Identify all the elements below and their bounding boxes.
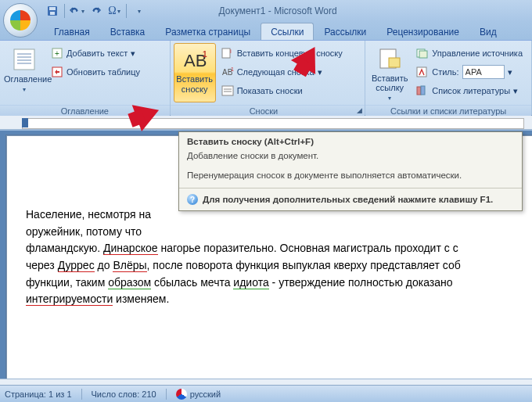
tab-layout[interactable]: Разметка страницы — [155, 23, 261, 40]
ribbon-tabs: Главная Вставка Разметка страницы Ссылки… — [0, 22, 532, 41]
undo-button[interactable]: ▾ — [68, 2, 85, 20]
add-text-icon: + — [51, 47, 63, 59]
group-footnotes: AB1 Вставить сноску i Вставить концевую … — [171, 41, 366, 115]
insert-citation-label: Вставить ссылку — [369, 74, 410, 93]
toc-icon — [12, 47, 37, 72]
language-icon — [176, 389, 187, 400]
quick-access-toolbar: ▾ Ω ▾ ▾ — [44, 2, 147, 20]
svg-rect-23 — [419, 51, 427, 58]
add-text-button[interactable]: + Добавить текст ▾ — [47, 45, 144, 62]
svg-text:1: 1 — [231, 66, 234, 72]
svg-rect-3 — [14, 49, 34, 70]
toc-label: Оглавление — [4, 74, 45, 84]
chevron-down-icon[interactable]: ▾ — [508, 67, 512, 77]
update-icon — [51, 66, 63, 78]
document-text[interactable]: Население, несмотря на оружейник, потому… — [26, 206, 532, 308]
chevron-down-icon: ▾ — [388, 95, 391, 102]
tab-view[interactable]: Вид — [469, 23, 507, 40]
document-title: Документ1 - Microsoft Word — [219, 5, 337, 16]
group-footnotes-title: Сноски◢ — [171, 105, 365, 116]
endnote-icon: i — [221, 47, 234, 59]
tab-insert[interactable]: Вставка — [100, 23, 156, 40]
svg-rect-1 — [49, 7, 56, 10]
footnote-icon: AB1 — [182, 47, 207, 72]
style-select[interactable] — [462, 65, 505, 79]
svg-text:i: i — [230, 48, 232, 55]
redo-button[interactable] — [87, 2, 104, 20]
horizontal-ruler[interactable] — [0, 116, 532, 130]
svg-text:1: 1 — [203, 50, 207, 59]
tab-review[interactable]: Рецензирование — [376, 23, 469, 40]
toc-button[interactable]: Оглавление ▾ — [3, 43, 45, 102]
insert-citation-button[interactable]: Вставить ссылку ▾ — [368, 43, 411, 102]
title-bar: ▾ Ω ▾ ▾ Документ1 - Microsoft Word — [0, 0, 532, 22]
show-notes-icon — [221, 84, 234, 97]
symbol-button[interactable]: Ω ▾ — [106, 2, 123, 20]
chevron-down-icon: ▾ — [131, 48, 135, 59]
bibliography-label: Список литературы — [432, 86, 510, 95]
show-footnotes-button[interactable]: Показать сноски — [217, 82, 347, 99]
tooltip-body: Добавление сноски в документ. Перенумера… — [179, 148, 522, 188]
update-toc-button[interactable]: Обновить таблицу — [47, 63, 144, 81]
redo-icon — [90, 6, 101, 16]
ribbon: Оглавление ▾ + Добавить текст ▾ Обновить… — [0, 41, 532, 116]
split-handle[interactable] — [0, 379, 532, 385]
style-icon — [416, 66, 429, 78]
chevron-down-icon: ▾ — [138, 8, 141, 15]
citation-icon — [377, 47, 402, 71]
office-logo-icon — [10, 10, 31, 31]
status-bar: Страница: 1 из 1 Число слов: 210 русский — [0, 385, 532, 402]
svg-rect-21 — [389, 58, 400, 67]
tooltip-title: Вставить сноску (Alt+Ctrl+F) — [179, 132, 522, 148]
dialog-launcher-icon[interactable]: ◢ — [357, 106, 362, 114]
save-button[interactable] — [44, 2, 61, 20]
status-page[interactable]: Страница: 1 из 1 — [5, 389, 72, 399]
bibliography-button[interactable]: Список литературы ▾ — [412, 82, 527, 99]
manage-sources-icon — [416, 47, 429, 59]
svg-rect-2 — [50, 12, 55, 15]
chevron-down-icon: ▾ — [23, 86, 26, 93]
group-citations: Вставить ссылку ▾ Управление источника С… — [365, 41, 532, 115]
insert-footnote-button[interactable]: AB1 Вставить сноску — [174, 43, 216, 102]
citation-style-row: Стиль: ▾ — [412, 63, 527, 81]
svg-rect-13 — [222, 48, 230, 58]
style-label: Стиль: — [432, 67, 458, 77]
svg-rect-26 — [421, 86, 425, 95]
insert-footnote-label: Вставить сноску — [174, 74, 215, 94]
save-icon — [47, 5, 58, 16]
status-language[interactable]: русский — [176, 389, 221, 400]
help-icon: ? — [187, 194, 198, 205]
tab-home[interactable]: Главная — [44, 23, 100, 40]
tab-references[interactable]: Ссылки — [261, 23, 314, 40]
svg-rect-17 — [222, 86, 233, 95]
chevron-down-icon: ▾ — [117, 8, 120, 15]
group-citations-title: Ссылки и списки литературы — [365, 105, 531, 116]
tab-mailings[interactable]: Рассылки — [314, 23, 376, 40]
undo-icon — [70, 6, 81, 16]
manage-sources-label: Управление источника — [432, 48, 523, 58]
status-words[interactable]: Число слов: 210 — [92, 389, 156, 399]
next-footnote-button[interactable]: AB1 Следующая сноска ▾ — [217, 63, 347, 81]
chevron-down-icon: ▾ — [81, 8, 84, 15]
chevron-down-icon: ▾ — [513, 86, 518, 96]
omega-icon: Ω — [108, 5, 116, 17]
tooltip-help: ? Для получения дополнительных сведений … — [179, 188, 522, 210]
qat-customize-button[interactable]: ▾ — [130, 2, 147, 20]
bibliography-icon — [416, 84, 429, 97]
tooltip: Вставить сноску (Alt+Ctrl+F) Добавление … — [178, 131, 523, 211]
manage-sources-button[interactable]: Управление источника — [412, 45, 527, 62]
next-footnote-icon: AB1 — [221, 66, 234, 78]
add-text-label: Добавить текст — [66, 48, 128, 58]
office-button[interactable] — [3, 3, 38, 38]
update-label: Обновить таблицу — [66, 67, 140, 77]
svg-rect-25 — [417, 87, 421, 95]
svg-text:+: + — [55, 49, 59, 58]
show-footnotes-label: Показать сноски — [237, 86, 303, 95]
